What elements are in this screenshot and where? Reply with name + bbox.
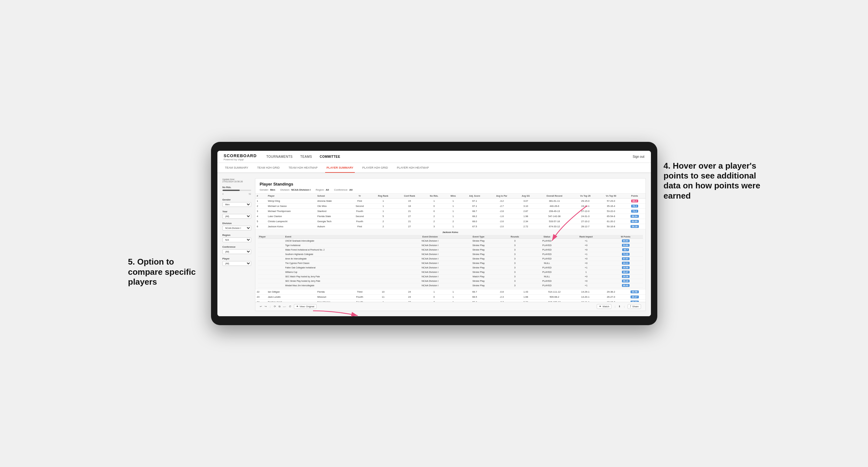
share-btn[interactable]: ⤴ Share xyxy=(628,304,641,309)
cell-points[interactable]: 76.3 xyxy=(624,204,645,209)
region-filter: Region: All xyxy=(316,188,329,191)
app-title: SCOREBOARD xyxy=(224,153,257,158)
cell-yr: Fourth xyxy=(349,209,370,214)
tablet-screen: SCOREBOARD Powered by clippi TOURNAMENTS… xyxy=(217,151,651,316)
no-rds-slider[interactable] xyxy=(222,190,251,191)
watch-btn[interactable]: 👁 Watch xyxy=(597,304,611,309)
cell-adj-score: 67.1 xyxy=(461,198,488,204)
cell-num: 3 xyxy=(255,209,267,214)
detail-table-row: Williams Cup NCAA Division I Stroke Play… xyxy=(258,270,643,275)
cell-overall: 533-57-16 xyxy=(536,219,572,224)
subnav-team-summary[interactable]: TEAM SUMMARY xyxy=(224,163,250,173)
gender-label: Gender xyxy=(222,198,251,201)
cell-points[interactable]: 40.02 xyxy=(624,300,645,302)
gender-select[interactable]: Men Women xyxy=(222,202,251,207)
detail-table-row: UNCW Seahawk Intercollegiate NCAA Divisi… xyxy=(258,239,643,243)
col-adj-score: Adj. Score xyxy=(461,193,488,198)
detail-table-row: Wake Forest Invitational at Pinehurst No… xyxy=(258,248,643,252)
table-row: 24 Bastien Amat New Mexico Fourth 1 27 2… xyxy=(255,300,646,302)
year-label: Year xyxy=(222,210,251,213)
subnav-player-h2h-heatmap[interactable]: PLAYER H2H HEATMAP xyxy=(396,163,430,173)
cell-player: Ian Gilligan xyxy=(266,289,316,294)
cell-reg-rank: 5 xyxy=(370,214,396,219)
bottom-toolbar: ↩ ↪ | ⟳ ⧉ —· ⏱ 👁 View: Original � xyxy=(255,302,646,311)
cell-points[interactable]: 40.58 xyxy=(624,289,645,294)
conference-select[interactable]: (All) xyxy=(222,249,251,254)
table-row: 5 Christo Lamprecht Georgia Tech Fourth … xyxy=(255,219,646,224)
detail-row: Jackson Koivu Player Event Event Divisio… xyxy=(255,229,646,289)
table-header: # Player School Yr Reg Rank Conf Rank No… xyxy=(255,193,646,198)
cell-points[interactable]: 40.27 xyxy=(624,294,645,300)
detail-table-row: Fallen Oak Collegiate Invitational NCAA … xyxy=(258,266,643,270)
cell-num: 4 xyxy=(255,214,267,219)
cell-avg-sg: 3.10 xyxy=(515,204,536,209)
view-original-btn[interactable]: 👁 View: Original xyxy=(294,304,316,309)
cell-avg-to-par: -2.0 xyxy=(488,224,515,229)
toolbar-redo-icon[interactable]: ↪ xyxy=(265,305,267,308)
detail-table-row: The Cypress Point Classic NCAA Division … xyxy=(258,261,643,266)
region-select[interactable]: N/A xyxy=(222,238,251,242)
cell-no-rds: 1 xyxy=(423,198,445,204)
right-panel: Player Standings Gender: Men Division: N… xyxy=(255,178,646,311)
nav-teams[interactable]: TEAMS xyxy=(300,154,312,160)
division-filter: Division: NCAA Division I xyxy=(280,188,310,191)
col-reg-rank: Reg Rank xyxy=(370,193,396,198)
subnav-team-h2h-grid[interactable]: TEAM H2H GRID xyxy=(256,163,281,173)
toolbar-copy-icon[interactable]: ⧉ xyxy=(279,305,280,308)
cell-points[interactable]: 73.2 xyxy=(624,209,645,214)
table-row: 23 Jack Lundin Missouri Fourth 11 24 0 1… xyxy=(255,294,646,300)
cell-no-rds: 2 xyxy=(423,214,445,219)
subnav-team-h2h-heatmap[interactable]: TEAM H2H HEATMAP xyxy=(287,163,319,173)
detail-table-row: SEC Stroke Play hosted by Jerry Pate NCA… xyxy=(258,279,643,283)
detail-table-row: Mirabel Maui Jim Intercollegiate NCAA Di… xyxy=(258,283,643,288)
cell-player: Christo Lamprecht xyxy=(266,219,316,224)
col-vs-top25: Vs Top 25 xyxy=(572,193,598,198)
toolbar-clock-icon[interactable]: ⏱ xyxy=(289,305,291,308)
cell-adj-score: 68.7 xyxy=(461,289,488,294)
year-select[interactable]: (All) xyxy=(222,214,251,219)
download-icon[interactable]: ⬇ xyxy=(618,305,621,308)
cell-adj-score: 68.7 xyxy=(461,209,488,214)
nav-tournaments[interactable]: TOURNAMENTS xyxy=(266,154,292,160)
subnav-player-h2h-grid[interactable]: PLAYER H2H GRID xyxy=(361,163,389,173)
top-nav: SCOREBOARD Powered by clippi TOURNAMENTS… xyxy=(217,151,651,163)
col-vs-top50: Vs Top 50 xyxy=(598,193,624,198)
cell-overall: 547-142-38 xyxy=(536,214,572,219)
division-section: Division NCAA Division I xyxy=(222,222,251,230)
cell-overall: 674-33-12 xyxy=(536,224,572,229)
col-overall: Overall Record xyxy=(536,193,572,198)
cell-points[interactable]: 88.2 xyxy=(624,198,645,204)
cell-vs-top50: 53-22-0 xyxy=(598,209,624,214)
cell-no-rds: 0 xyxy=(423,209,445,214)
cell-avg-sg: 1.43 xyxy=(515,289,536,294)
cell-school: Florida xyxy=(316,289,349,294)
sign-out-link[interactable]: Sign out xyxy=(633,155,645,158)
annotation-right: 4. Hover over a player's points to see a… xyxy=(664,161,766,201)
subnav-player-summary[interactable]: PLAYER SUMMARY xyxy=(325,163,354,173)
cell-adj-score: 68.0 xyxy=(461,219,488,224)
cell-conf-rank: 21 xyxy=(396,209,423,214)
cell-avg-to-par: -3.7 xyxy=(488,300,515,302)
toolbar-undo-icon[interactable]: ↩ xyxy=(260,305,262,308)
cell-wins: 1 xyxy=(445,209,461,214)
cell-overall: 440-26-6 xyxy=(536,204,572,209)
cell-vs-top50: 19-16-2 xyxy=(598,300,624,302)
main-nav: TOURNAMENTS TEAMS COMMITTEE xyxy=(266,154,632,160)
cell-yr: Second xyxy=(349,214,370,219)
cell-num: 1 xyxy=(255,198,267,204)
col-conf-rank: Conf Rank xyxy=(396,193,423,198)
cell-points[interactable]: 58.18 xyxy=(624,224,645,229)
nav-committee[interactable]: COMMITTEE xyxy=(320,154,340,160)
panel-title: Player Standings xyxy=(260,182,641,186)
division-select[interactable]: NCAA Division I xyxy=(222,226,251,230)
toolbar-refresh-icon[interactable]: ⟳ xyxy=(274,305,276,308)
cell-reg-rank: 1 xyxy=(370,198,396,204)
watch-icon: 👁 xyxy=(599,305,601,308)
year-section: Year (All) xyxy=(222,210,251,219)
player-select[interactable]: (All) xyxy=(222,261,251,266)
col-points: Points xyxy=(624,193,645,198)
cell-points[interactable]: 68.94 xyxy=(624,214,645,219)
view-icon: 👁 xyxy=(296,305,299,308)
cell-num: 22 xyxy=(255,289,267,294)
cell-points[interactable]: 60.89 xyxy=(624,219,645,224)
